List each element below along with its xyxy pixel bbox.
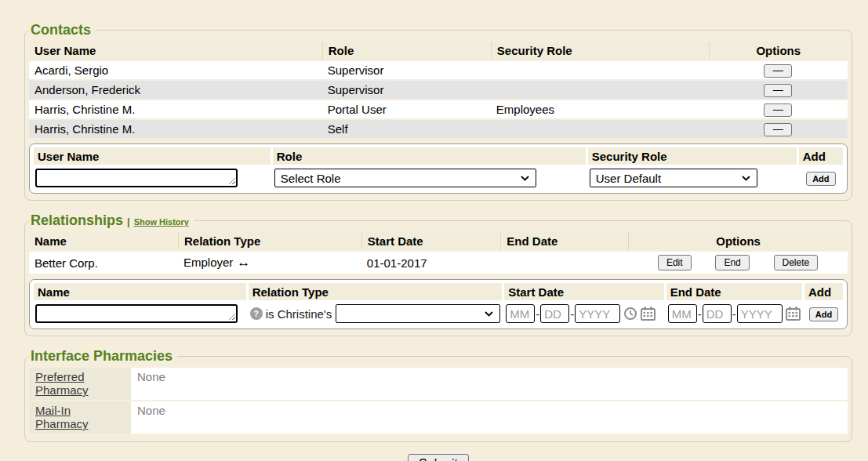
chevron-down-icon xyxy=(742,176,750,181)
mail-in-pharmacy-value: None xyxy=(131,401,848,434)
contact-row: Harris, Christine M. Portal User Employe… xyxy=(29,100,848,118)
contact-role: Supervisor xyxy=(322,81,491,99)
new-relationship-type-select[interactable] xyxy=(336,304,500,323)
possessive-label: is Christine's xyxy=(266,307,332,321)
add-relationship-table: Name Relation Type Start Date End Date A… xyxy=(31,281,845,327)
new-contact-role-selected-value: Select Role xyxy=(281,172,341,185)
contacts-col-options: Options xyxy=(709,42,848,60)
end-date-month-input[interactable] xyxy=(668,304,697,323)
relationships-header-row: Name Relation Type Start Date End Date O… xyxy=(29,232,848,250)
contact-row: Harris, Christine M. Self — xyxy=(29,120,848,138)
contacts-col-role: Role xyxy=(322,42,491,60)
contacts-table: User Name Role Security Role Options Aca… xyxy=(29,40,848,140)
calendar-icon[interactable] xyxy=(641,307,656,321)
add-contact-col-role: Role xyxy=(273,147,586,165)
new-relationship-name-input[interactable] xyxy=(35,304,238,323)
date-separator: - xyxy=(570,307,574,321)
contacts-section: Contacts User Name Role Security Role Op… xyxy=(24,22,852,201)
contacts-section-title: Contacts xyxy=(29,22,96,38)
bidirectional-arrow-icon: ↔ xyxy=(237,255,250,270)
relationship-row: Better Corp. Employer↔ 01-01-2017 Edit E… xyxy=(29,252,848,274)
end-date-day-input[interactable] xyxy=(703,304,732,323)
contact-role: Supervisor xyxy=(322,61,491,79)
date-separator: - xyxy=(732,307,736,321)
relationship-name: Better Corp. xyxy=(29,252,178,274)
contact-row: Anderson, Frederick Supervisor — xyxy=(29,81,848,99)
add-relationship-col-start-date: Start Date xyxy=(504,283,663,300)
calendar-icon[interactable] xyxy=(786,307,801,321)
pharmacy-row: Mail-In Pharmacy None xyxy=(29,401,848,434)
contact-user-name: Anderson, Frederick xyxy=(29,81,322,99)
add-contact-button[interactable]: Add xyxy=(806,172,835,186)
relationships-table: Name Relation Type Start Date End Date O… xyxy=(29,230,848,275)
legend-separator: | xyxy=(127,216,130,227)
add-relationship-button[interactable]: Add xyxy=(809,307,838,321)
relationships-title-text: Relationships xyxy=(31,212,123,228)
relationships-col-relation-type: Relation Type xyxy=(178,232,361,250)
remove-contact-button[interactable]: — xyxy=(764,64,792,78)
contact-security-role xyxy=(491,81,709,99)
contact-user-name: Acardi, Sergio xyxy=(29,61,322,79)
new-contact-security-role-selected-value: User Default xyxy=(596,172,661,185)
preferred-pharmacy-value: None xyxy=(131,368,848,400)
contacts-col-user-name: User Name xyxy=(29,42,322,60)
relationships-section: Relationships | Show History Name Relati… xyxy=(24,212,852,336)
date-separator: - xyxy=(536,307,539,321)
contact-role: Portal User xyxy=(322,100,491,118)
contact-user-name: Harris, Christine M. xyxy=(29,100,322,118)
clock-icon[interactable] xyxy=(623,307,637,321)
relationship-type-text: Employer xyxy=(183,256,233,269)
relationships-col-name: Name xyxy=(29,232,178,250)
remove-contact-button[interactable]: — xyxy=(764,103,792,117)
relationships-col-options: Options xyxy=(628,232,848,250)
contacts-col-security-role: Security Role xyxy=(491,42,709,60)
new-contact-user-name-input[interactable] xyxy=(35,169,238,187)
interface-pharmacies-title: Interface Pharmacies xyxy=(29,348,177,365)
interface-pharmacies-section: Interface Pharmacies Preferred Pharmacy … xyxy=(24,348,852,442)
contact-security-role xyxy=(491,61,709,79)
add-contact-col-security-role: Security Role xyxy=(588,147,797,165)
remove-contact-button[interactable]: — xyxy=(764,84,792,97)
preferred-pharmacy-link[interactable]: Preferred Pharmacy xyxy=(35,370,89,397)
relationships-section-title: Relationships | Show History xyxy=(29,212,194,229)
submit-row: Submit xyxy=(24,454,852,461)
add-relationship-header-row: Name Relation Type Start Date End Date A… xyxy=(34,283,843,300)
new-contact-role-select[interactable]: Select Role xyxy=(274,169,536,187)
submit-button[interactable]: Submit xyxy=(408,454,469,461)
relationship-type: Employer↔ xyxy=(178,252,361,274)
end-date-year-input[interactable] xyxy=(737,304,783,323)
new-contact-security-role-select[interactable]: User Default xyxy=(590,169,757,187)
start-date-year-input[interactable] xyxy=(575,304,620,323)
contact-user-name: Harris, Christine M. xyxy=(29,120,322,138)
chevron-down-icon xyxy=(485,311,493,317)
add-relationship-col-add: Add xyxy=(804,283,843,300)
contact-row: Acardi, Sergio Supervisor — xyxy=(29,61,848,79)
show-history-link[interactable]: Show History xyxy=(134,217,189,227)
relationship-end-date xyxy=(500,252,628,274)
end-relationship-button[interactable]: End xyxy=(715,255,749,270)
edit-relationship-button[interactable]: Edit xyxy=(658,255,692,270)
contact-role: Self xyxy=(322,120,491,138)
add-contact-col-user-name: User Name xyxy=(34,147,271,165)
add-contact-col-add: Add xyxy=(799,147,843,165)
add-contact-box: User Name Role Security Role Add Sel xyxy=(29,143,848,194)
remove-contact-button[interactable]: — xyxy=(764,123,792,136)
help-icon[interactable]: ? xyxy=(250,307,263,320)
delete-relationship-button[interactable]: Delete xyxy=(774,255,819,270)
relationships-col-start-date: Start Date xyxy=(361,232,500,250)
add-relationship-col-relation-type: Relation Type xyxy=(249,283,503,300)
chevron-down-icon xyxy=(521,176,529,181)
add-contact-input-row: Select Role User Default Add xyxy=(34,166,843,190)
add-relationship-box: Name Relation Type Start Date End Date A… xyxy=(29,279,848,329)
relationship-start-date: 01-01-2017 xyxy=(361,252,500,274)
page: Contacts User Name Role Security Role Op… xyxy=(0,0,868,461)
contact-security-role xyxy=(491,120,709,138)
start-date-day-input[interactable] xyxy=(540,304,569,323)
mail-in-pharmacy-link[interactable]: Mail-In Pharmacy xyxy=(35,404,89,430)
pharmacy-row: Preferred Pharmacy None xyxy=(29,368,848,400)
start-date-month-input[interactable] xyxy=(506,304,535,323)
contacts-header-row: User Name Role Security Role Options xyxy=(29,42,848,60)
contact-security-role: Employees xyxy=(491,100,709,118)
add-contact-table: User Name Role Security Role Add Sel xyxy=(31,146,845,191)
pharmacies-table: Preferred Pharmacy None Mail-In Pharmacy… xyxy=(29,366,848,435)
